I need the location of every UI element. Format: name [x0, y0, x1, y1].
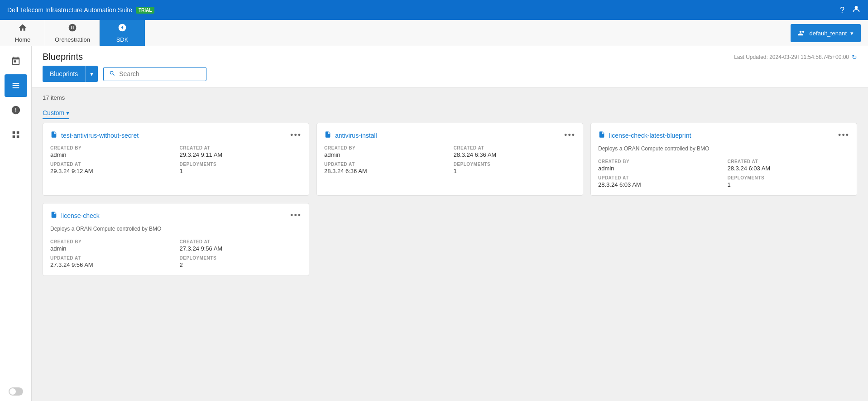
card-description-3: Deploys a ORAN Compute controlled by BMO: [598, 145, 849, 152]
card-menu-1[interactable]: •••: [290, 130, 302, 140]
page-header-actions: Blueprints ▾: [43, 66, 857, 87]
meta-created-by-1: CREATED BY admin: [50, 145, 173, 158]
svg-point-0: [855, 6, 858, 9]
meta-created-at-value-2: 28.3.24 6:36 AM: [454, 151, 576, 158]
card-title-4[interactable]: license-check: [50, 211, 100, 220]
meta-updated-at-value-4: 27.3.24 9:56 AM: [50, 261, 173, 268]
meta-created-by-4: CREATED BY admin: [50, 239, 173, 252]
card-title-2[interactable]: antivirus-install: [324, 131, 377, 140]
page-header-top: Blueprints Last Updated: 2024-03-29T11:5…: [43, 52, 857, 66]
search-input[interactable]: [119, 70, 201, 77]
last-updated-text: Last Updated: 2024-03-29T11:54:58.745+00…: [734, 54, 849, 60]
sidebar-item-alerts[interactable]: [5, 99, 27, 121]
meta-created-at-label-2: CREATED AT: [454, 145, 576, 150]
card-meta-3: CREATED BY admin CREATED AT 28.3.24 6:03…: [598, 159, 849, 188]
tab-home[interactable]: Home: [0, 20, 45, 46]
blueprints-btn-label: Blueprints: [43, 66, 85, 82]
meta-created-by-label-4: CREATED BY: [50, 239, 173, 244]
user-icon[interactable]: [852, 5, 861, 16]
meta-deployments-3: DEPLOYMENTS 1: [728, 175, 850, 188]
sidebar-bottom: [9, 387, 23, 396]
meta-created-at-value-3: 28.3.24 6:03 AM: [728, 165, 850, 172]
meta-created-at-4: CREATED AT 27.3.24 9:56 AM: [180, 239, 302, 252]
meta-created-at-2: CREATED AT 28.3.24 6:36 AM: [454, 145, 576, 158]
blueprints-dropdown-button[interactable]: Blueprints ▾: [43, 66, 98, 82]
sidebar: [0, 46, 32, 401]
page-header: Blueprints Last Updated: 2024-03-29T11:5…: [32, 46, 868, 88]
meta-created-at-value-4: 27.3.24 9:56 AM: [180, 245, 302, 252]
sdk-icon: [118, 23, 127, 34]
items-count: 17 items: [43, 94, 65, 101]
meta-created-by-label-3: CREATED BY: [598, 159, 720, 164]
meta-updated-at-1: UPDATED AT 29.3.24 9:12 AM: [50, 162, 173, 174]
top-bar: Dell Telecom Infrastructure Automation S…: [0, 0, 868, 20]
blueprint-icon-4: [50, 211, 58, 220]
meta-deployments-value-1: 1: [180, 168, 302, 174]
card-title-text-3: license-check-latest-blueprint: [609, 132, 691, 139]
card-description-4: Deploys a ORAN Compute controlled by BMO: [50, 226, 302, 232]
card-license-check: license-check ••• Deploys a ORAN Compute…: [43, 203, 309, 276]
meta-updated-at-label-3: UPDATED AT: [598, 175, 720, 180]
page-title: Blueprints: [43, 52, 83, 62]
filter-bar: Custom ▾: [32, 105, 868, 123]
meta-created-by-label-2: CREATED BY: [324, 145, 446, 150]
refresh-icon[interactable]: ↻: [852, 53, 857, 61]
meta-updated-at-value-1: 29.3.24 9:12 AM: [50, 168, 173, 174]
card-meta-4: CREATED BY admin CREATED AT 27.3.24 9:56…: [50, 239, 302, 268]
last-updated: Last Updated: 2024-03-29T11:54:58.745+00…: [734, 53, 857, 61]
card-menu-3[interactable]: •••: [838, 130, 849, 140]
card-meta-1: CREATED BY admin CREATED AT 29.3.24 9:11…: [50, 145, 302, 174]
card-menu-4[interactable]: •••: [290, 211, 302, 220]
custom-filter[interactable]: Custom ▾: [43, 109, 69, 119]
meta-created-at-label-1: CREATED AT: [180, 145, 302, 150]
meta-created-by-value-1: admin: [50, 151, 173, 158]
sidebar-item-calendar[interactable]: [5, 50, 27, 72]
meta-updated-at-value-3: 28.3.24 6:03 AM: [598, 181, 720, 188]
meta-deployments-4: DEPLOYMENTS 2: [180, 256, 302, 268]
items-count-bar: 17 items: [32, 88, 868, 105]
card-title-1[interactable]: test-antivirus-without-secret: [50, 131, 139, 140]
blueprint-icon-2: [324, 131, 331, 140]
sidebar-item-grid[interactable]: [5, 123, 27, 146]
card-title-text-4: license-check: [61, 212, 100, 219]
card-header-1: test-antivirus-without-secret •••: [50, 130, 302, 140]
card-menu-2[interactable]: •••: [564, 130, 575, 140]
sidebar-item-blueprints[interactable]: [5, 74, 27, 97]
meta-created-at-label-4: CREATED AT: [180, 239, 302, 244]
search-icon: [109, 70, 115, 78]
meta-created-by-2: CREATED BY admin: [324, 145, 446, 158]
meta-updated-at-label-4: UPDATED AT: [50, 256, 173, 261]
blueprints-btn-chevron[interactable]: ▾: [85, 66, 98, 82]
meta-created-by-value-4: admin: [50, 245, 173, 252]
home-icon: [18, 23, 27, 34]
tab-orchestration[interactable]: Orchestration: [45, 20, 100, 46]
meta-deployments-1: DEPLOYMENTS 1: [180, 162, 302, 174]
blueprint-icon-3: [598, 131, 605, 140]
card-antivirus-install: antivirus-install ••• CREATED BY admin C…: [317, 123, 583, 196]
card-header-3: license-check-latest-blueprint •••: [598, 130, 849, 140]
tenant-label: default_tenant: [810, 30, 847, 37]
meta-created-by-value-3: admin: [598, 165, 720, 172]
tenant-button[interactable]: default_tenant ▾: [791, 24, 861, 42]
help-icon[interactable]: ?: [840, 5, 844, 15]
meta-deployments-2: DEPLOYMENTS 1: [454, 162, 576, 174]
tab-sdk[interactable]: SDK: [100, 20, 145, 46]
cards-row-2: license-check ••• Deploys a ORAN Compute…: [43, 203, 857, 276]
meta-deployments-label-2: DEPLOYMENTS: [454, 162, 576, 167]
theme-toggle[interactable]: [9, 387, 23, 396]
card-license-check-latest: license-check-latest-blueprint ••• Deplo…: [590, 123, 857, 196]
card-title-3[interactable]: license-check-latest-blueprint: [598, 131, 691, 140]
meta-created-at-label-3: CREATED AT: [728, 159, 850, 164]
meta-updated-at-value-2: 28.3.24 6:36 AM: [324, 168, 446, 174]
cards-container: test-antivirus-without-secret ••• CREATE…: [32, 123, 868, 294]
meta-updated-at-label-2: UPDATED AT: [324, 162, 446, 167]
app-title: Dell Telecom Infrastructure Automation S…: [7, 6, 132, 14]
secondary-nav: Home Orchestration SDK default_tenant ▾: [0, 20, 868, 46]
meta-deployments-label-1: DEPLOYMENTS: [180, 162, 302, 167]
search-box[interactable]: [103, 67, 206, 81]
card-title-text-2: antivirus-install: [335, 132, 377, 139]
top-bar-right: ?: [840, 5, 861, 16]
tenant-chevron: ▾: [850, 30, 854, 37]
content-area: Blueprints Last Updated: 2024-03-29T11:5…: [32, 46, 868, 401]
card-title-text-1: test-antivirus-without-secret: [61, 132, 139, 139]
